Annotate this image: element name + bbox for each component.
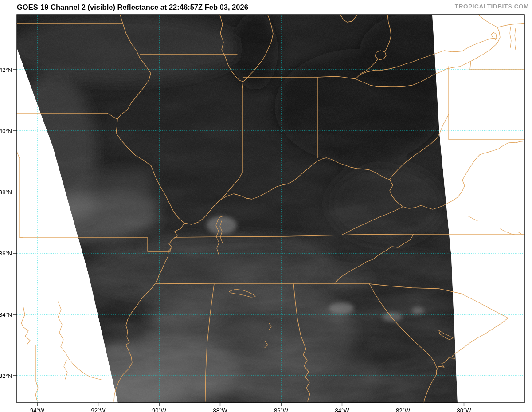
- lon-tick-label: 92°W: [91, 407, 106, 412]
- lat-tick-label: 34°N: [0, 311, 12, 318]
- lon-tick-label: 90°W: [152, 407, 167, 412]
- satellite-image-page: 42°N 40°N 38°N 36°N 34°N 32°N 94°W 92°W …: [0, 0, 532, 412]
- watermark: TROPICALTIDBITS.COM: [455, 3, 529, 10]
- lat-tick-label: 42°N: [0, 67, 12, 73]
- map-title: GOES-19 Channel 2 (visible) Reflectance …: [17, 3, 248, 11]
- lon-tick-label: 86°W: [274, 407, 289, 412]
- lon-tick-label: 82°W: [396, 407, 411, 412]
- lon-tick-label: 94°W: [30, 407, 45, 412]
- lon-tick-label: 80°W: [457, 407, 472, 412]
- lon-tick-label: 84°W: [335, 407, 350, 412]
- lon-tick-label: 88°W: [213, 407, 228, 412]
- lat-tick-label: 38°N: [0, 189, 12, 196]
- satellite-map: 42°N 40°N 38°N 36°N 34°N 32°N 94°W 92°W …: [0, 0, 532, 412]
- lat-tick-label: 40°N: [0, 128, 12, 134]
- lat-tick-label: 32°N: [0, 373, 12, 379]
- lat-tick-label: 36°N: [0, 250, 12, 257]
